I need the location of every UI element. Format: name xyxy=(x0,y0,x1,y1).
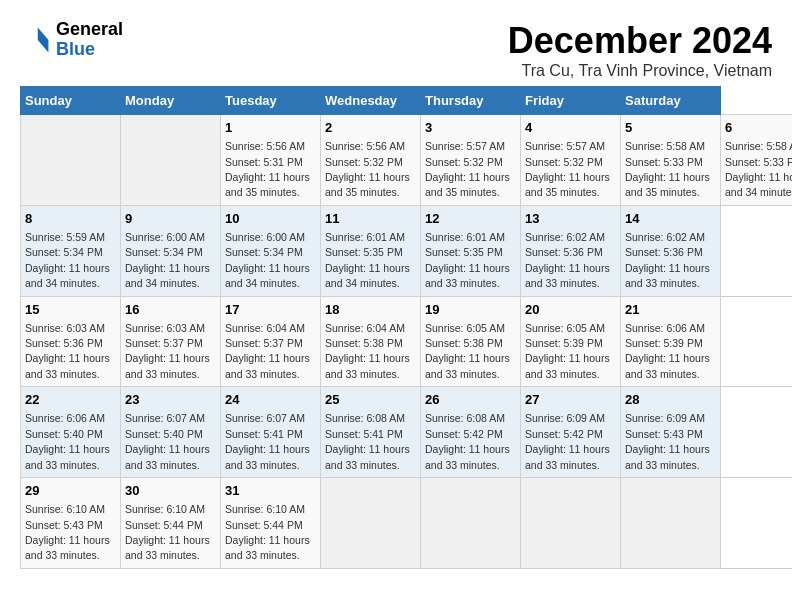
calendar-cell: 6 Sunrise: 5:58 AMSunset: 5:33 PMDayligh… xyxy=(721,115,793,206)
calendar-cell: 28 Sunrise: 6:09 AMSunset: 5:43 PMDaylig… xyxy=(621,387,721,478)
calendar-cell: 1 Sunrise: 5:56 AMSunset: 5:31 PMDayligh… xyxy=(221,115,321,206)
day-number: 18 xyxy=(325,301,416,319)
subtitle: Tra Cu, Tra Vinh Province, Vietnam xyxy=(508,62,772,80)
day-info: Sunrise: 6:10 AMSunset: 5:44 PMDaylight:… xyxy=(125,503,210,561)
header-cell-tuesday: Tuesday xyxy=(221,87,321,115)
calendar-cell: 29 Sunrise: 6:10 AMSunset: 5:43 PMDaylig… xyxy=(21,478,121,569)
day-info: Sunrise: 6:00 AMSunset: 5:34 PMDaylight:… xyxy=(225,231,310,289)
day-number: 11 xyxy=(325,210,416,228)
calendar-table: SundayMondayTuesdayWednesdayThursdayFrid… xyxy=(20,86,792,569)
day-number: 1 xyxy=(225,119,316,137)
calendar-cell xyxy=(421,478,521,569)
header: General Blue December 2024 Tra Cu, Tra V… xyxy=(20,20,772,80)
day-number: 10 xyxy=(225,210,316,228)
calendar-cell: 18 Sunrise: 6:04 AMSunset: 5:38 PMDaylig… xyxy=(321,296,421,387)
day-info: Sunrise: 6:08 AMSunset: 5:42 PMDaylight:… xyxy=(425,412,510,470)
day-number: 14 xyxy=(625,210,716,228)
day-info: Sunrise: 6:03 AMSunset: 5:37 PMDaylight:… xyxy=(125,322,210,380)
day-number: 17 xyxy=(225,301,316,319)
day-number: 2 xyxy=(325,119,416,137)
header-cell-saturday: Saturday xyxy=(621,87,721,115)
day-info: Sunrise: 5:58 AMSunset: 5:33 PMDaylight:… xyxy=(725,140,792,198)
calendar-week-row: 29 Sunrise: 6:10 AMSunset: 5:43 PMDaylig… xyxy=(21,478,793,569)
logo-icon xyxy=(20,24,52,56)
calendar-cell: 26 Sunrise: 6:08 AMSunset: 5:42 PMDaylig… xyxy=(421,387,521,478)
day-info: Sunrise: 5:57 AMSunset: 5:32 PMDaylight:… xyxy=(525,140,610,198)
header-cell-sunday: Sunday xyxy=(21,87,121,115)
calendar-cell: 4 Sunrise: 5:57 AMSunset: 5:32 PMDayligh… xyxy=(521,115,621,206)
calendar-cell xyxy=(621,478,721,569)
day-number: 31 xyxy=(225,482,316,500)
day-info: Sunrise: 6:06 AMSunset: 5:40 PMDaylight:… xyxy=(25,412,110,470)
title-area: December 2024 Tra Cu, Tra Vinh Province,… xyxy=(508,20,772,80)
svg-marker-0 xyxy=(38,27,49,39)
day-number: 30 xyxy=(125,482,216,500)
calendar-cell: 10 Sunrise: 6:00 AMSunset: 5:34 PMDaylig… xyxy=(221,205,321,296)
day-info: Sunrise: 5:56 AMSunset: 5:31 PMDaylight:… xyxy=(225,140,310,198)
day-info: Sunrise: 5:57 AMSunset: 5:32 PMDaylight:… xyxy=(425,140,510,198)
day-info: Sunrise: 6:04 AMSunset: 5:38 PMDaylight:… xyxy=(325,322,410,380)
calendar-cell: 9 Sunrise: 6:00 AMSunset: 5:34 PMDayligh… xyxy=(121,205,221,296)
day-number: 25 xyxy=(325,391,416,409)
calendar-cell: 12 Sunrise: 6:01 AMSunset: 5:35 PMDaylig… xyxy=(421,205,521,296)
day-number: 29 xyxy=(25,482,116,500)
day-info: Sunrise: 6:02 AMSunset: 5:36 PMDaylight:… xyxy=(525,231,610,289)
calendar-cell: 25 Sunrise: 6:08 AMSunset: 5:41 PMDaylig… xyxy=(321,387,421,478)
day-number: 22 xyxy=(25,391,116,409)
calendar-cell xyxy=(21,115,121,206)
day-number: 26 xyxy=(425,391,516,409)
calendar-week-row: 22 Sunrise: 6:06 AMSunset: 5:40 PMDaylig… xyxy=(21,387,793,478)
calendar-cell: 13 Sunrise: 6:02 AMSunset: 5:36 PMDaylig… xyxy=(521,205,621,296)
day-number: 24 xyxy=(225,391,316,409)
logo-text: General Blue xyxy=(56,20,123,60)
day-info: Sunrise: 6:07 AMSunset: 5:41 PMDaylight:… xyxy=(225,412,310,470)
calendar-cell: 21 Sunrise: 6:06 AMSunset: 5:39 PMDaylig… xyxy=(621,296,721,387)
day-info: Sunrise: 5:58 AMSunset: 5:33 PMDaylight:… xyxy=(625,140,710,198)
calendar-cell: 20 Sunrise: 6:05 AMSunset: 5:39 PMDaylig… xyxy=(521,296,621,387)
calendar-cell: 11 Sunrise: 6:01 AMSunset: 5:35 PMDaylig… xyxy=(321,205,421,296)
day-number: 12 xyxy=(425,210,516,228)
calendar-cell: 24 Sunrise: 6:07 AMSunset: 5:41 PMDaylig… xyxy=(221,387,321,478)
day-number: 5 xyxy=(625,119,716,137)
day-info: Sunrise: 5:56 AMSunset: 5:32 PMDaylight:… xyxy=(325,140,410,198)
calendar-week-row: 8 Sunrise: 5:59 AMSunset: 5:34 PMDayligh… xyxy=(21,205,793,296)
day-number: 16 xyxy=(125,301,216,319)
header-cell-thursday: Thursday xyxy=(421,87,521,115)
calendar-cell: 19 Sunrise: 6:05 AMSunset: 5:38 PMDaylig… xyxy=(421,296,521,387)
day-info: Sunrise: 6:04 AMSunset: 5:37 PMDaylight:… xyxy=(225,322,310,380)
day-info: Sunrise: 6:05 AMSunset: 5:38 PMDaylight:… xyxy=(425,322,510,380)
day-number: 6 xyxy=(725,119,792,137)
day-info: Sunrise: 6:02 AMSunset: 5:36 PMDaylight:… xyxy=(625,231,710,289)
day-number: 27 xyxy=(525,391,616,409)
header-cell-wednesday: Wednesday xyxy=(321,87,421,115)
calendar-cell: 22 Sunrise: 6:06 AMSunset: 5:40 PMDaylig… xyxy=(21,387,121,478)
calendar-cell xyxy=(121,115,221,206)
calendar-week-row: 15 Sunrise: 6:03 AMSunset: 5:36 PMDaylig… xyxy=(21,296,793,387)
day-info: Sunrise: 5:59 AMSunset: 5:34 PMDaylight:… xyxy=(25,231,110,289)
logo: General Blue xyxy=(20,20,123,60)
day-info: Sunrise: 6:01 AMSunset: 5:35 PMDaylight:… xyxy=(425,231,510,289)
day-info: Sunrise: 6:10 AMSunset: 5:44 PMDaylight:… xyxy=(225,503,310,561)
day-number: 19 xyxy=(425,301,516,319)
day-info: Sunrise: 6:09 AMSunset: 5:42 PMDaylight:… xyxy=(525,412,610,470)
day-info: Sunrise: 6:05 AMSunset: 5:39 PMDaylight:… xyxy=(525,322,610,380)
day-info: Sunrise: 6:09 AMSunset: 5:43 PMDaylight:… xyxy=(625,412,710,470)
svg-marker-1 xyxy=(38,40,49,52)
day-info: Sunrise: 6:00 AMSunset: 5:34 PMDaylight:… xyxy=(125,231,210,289)
calendar-header-row: SundayMondayTuesdayWednesdayThursdayFrid… xyxy=(21,87,793,115)
header-cell-friday: Friday xyxy=(521,87,621,115)
day-info: Sunrise: 6:10 AMSunset: 5:43 PMDaylight:… xyxy=(25,503,110,561)
calendar-cell xyxy=(521,478,621,569)
day-info: Sunrise: 6:03 AMSunset: 5:36 PMDaylight:… xyxy=(25,322,110,380)
header-cell-monday: Monday xyxy=(121,87,221,115)
day-number: 20 xyxy=(525,301,616,319)
calendar-cell: 23 Sunrise: 6:07 AMSunset: 5:40 PMDaylig… xyxy=(121,387,221,478)
calendar-cell: 17 Sunrise: 6:04 AMSunset: 5:37 PMDaylig… xyxy=(221,296,321,387)
main-title: December 2024 xyxy=(508,20,772,62)
day-number: 9 xyxy=(125,210,216,228)
calendar-cell: 8 Sunrise: 5:59 AMSunset: 5:34 PMDayligh… xyxy=(21,205,121,296)
calendar-cell: 2 Sunrise: 5:56 AMSunset: 5:32 PMDayligh… xyxy=(321,115,421,206)
day-info: Sunrise: 6:08 AMSunset: 5:41 PMDaylight:… xyxy=(325,412,410,470)
calendar-cell: 14 Sunrise: 6:02 AMSunset: 5:36 PMDaylig… xyxy=(621,205,721,296)
day-number: 21 xyxy=(625,301,716,319)
